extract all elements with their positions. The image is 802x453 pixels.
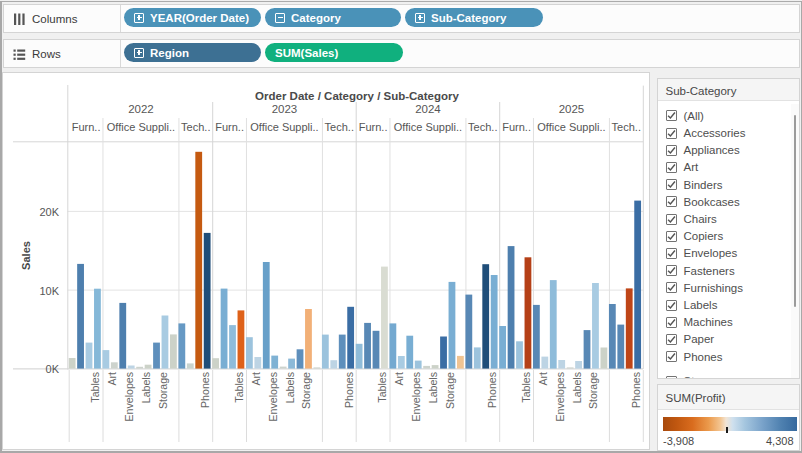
svg-text:Furn..: Furn.. [215, 121, 244, 133]
svg-text:Office Suppli..: Office Suppli.. [250, 121, 318, 133]
svg-text:10K: 10K [39, 285, 59, 297]
svg-text:Office Suppli..: Office Suppli.. [394, 121, 462, 133]
svg-text:Phones: Phones [486, 372, 498, 408]
svg-text:Order Date / Category / Sub-Ca: Order Date / Category / Sub-Category [255, 90, 459, 102]
svg-text:Tables: Tables [233, 372, 245, 403]
svg-text:Art: Art [250, 372, 262, 386]
svg-text:2025: 2025 [559, 103, 585, 115]
svg-text:Phones: Phones [630, 372, 642, 408]
svg-text:2024: 2024 [415, 103, 441, 115]
svg-text:Art: Art [537, 372, 549, 386]
svg-text:Envelopes: Envelopes [410, 372, 422, 421]
svg-text:Tech..: Tech.. [181, 121, 210, 133]
svg-text:Art: Art [106, 372, 118, 386]
svg-text:20K: 20K [39, 206, 59, 218]
svg-text:Storage: Storage [157, 372, 169, 409]
svg-text:Phones: Phones [343, 372, 355, 408]
svg-text:Furn..: Furn.. [72, 121, 101, 133]
svg-text:Furn..: Furn.. [359, 121, 388, 133]
svg-text:0K: 0K [46, 363, 60, 375]
svg-text:2022: 2022 [128, 103, 154, 115]
svg-text:Sales: Sales [20, 241, 32, 270]
svg-text:Tables: Tables [376, 372, 388, 403]
svg-text:Tech..: Tech.. [325, 121, 354, 133]
svg-text:Tech..: Tech.. [612, 121, 641, 133]
svg-text:Labels: Labels [427, 372, 439, 403]
svg-text:Tech..: Tech.. [468, 121, 497, 133]
svg-text:Furn..: Furn.. [502, 121, 531, 133]
svg-text:Envelopes: Envelopes [267, 372, 279, 421]
svg-text:Storage: Storage [300, 372, 312, 409]
svg-text:Envelopes: Envelopes [554, 372, 566, 421]
svg-text:Storage: Storage [587, 372, 599, 409]
svg-text:Office Suppli..: Office Suppli.. [537, 121, 605, 133]
svg-text:Phones: Phones [199, 372, 211, 408]
svg-text:Office Suppli..: Office Suppli.. [107, 121, 175, 133]
svg-text:Art: Art [393, 372, 405, 386]
svg-text:Tables: Tables [520, 372, 532, 403]
svg-text:Storage: Storage [444, 372, 456, 409]
svg-text:2023: 2023 [272, 103, 298, 115]
svg-text:Labels: Labels [284, 372, 296, 403]
svg-text:Labels: Labels [140, 372, 152, 403]
svg-text:Labels: Labels [571, 372, 583, 403]
svg-text:Tables: Tables [89, 372, 101, 403]
svg-text:Envelopes: Envelopes [123, 372, 135, 421]
